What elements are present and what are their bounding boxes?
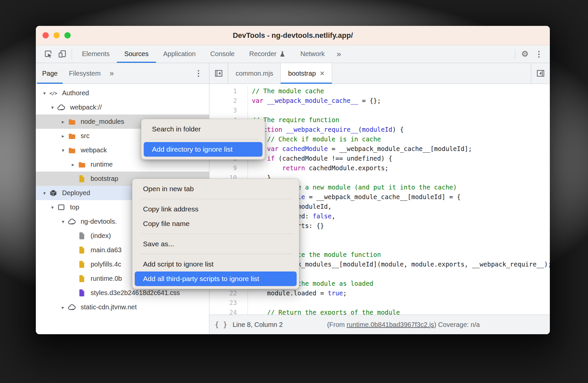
line-number[interactable]: 24 — [209, 308, 248, 315]
sidebar-more-tabs-button[interactable]: » — [106, 63, 118, 84]
expander-expanded-icon[interactable]: ▾ — [40, 90, 48, 96]
cursor-position: Line 8, Column 2 — [233, 321, 283, 329]
line-number[interactable]: 9 — [209, 163, 248, 173]
sourcemap-file-link[interactable]: runtime.0b841bad3967f3c2.js — [347, 321, 434, 329]
close-window-button[interactable] — [42, 32, 49, 38]
line-number[interactable]: 1 — [209, 86, 248, 96]
tree-row-static-cdn-jtvnw-net[interactable]: ▸static-cdn.jtvnw.net — [36, 300, 209, 314]
expander-expanded-icon[interactable]: ▾ — [59, 219, 67, 225]
tree-item-label: bootstrap — [91, 175, 118, 183]
editor-tabs: common.mjsbootstrap× — [228, 63, 332, 84]
toggle-debugger-sidebar-button[interactable] — [531, 63, 550, 84]
collapse-right-icon — [536, 69, 545, 78]
sidebar-header: PageFilesystem » ⋮ — [36, 63, 209, 84]
tab-label: Application — [163, 50, 196, 58]
editor-tab-bootstrap[interactable]: bootstrap× — [281, 63, 332, 84]
settings-button[interactable]: ⚙ — [518, 47, 532, 61]
tab-application[interactable]: Application — [156, 45, 203, 63]
tab-sources[interactable]: Sources — [117, 45, 156, 63]
code-line: module.loaded = true; — [248, 288, 550, 298]
menu-item-copy-link-address[interactable]: Copy link address — [132, 202, 299, 216]
inspect-cursor-icon — [44, 49, 53, 58]
more-panels-button[interactable]: » — [332, 45, 346, 63]
code-line: if (cachedModule !== undefined) { — [248, 154, 550, 163]
menu-item-open-in-new-tab[interactable]: Open in new tab — [132, 182, 299, 196]
tab-label: Network — [300, 50, 325, 58]
expander-expanded-icon[interactable]: ▾ — [48, 204, 56, 210]
sourcemap-from-suffix: ) — [434, 321, 436, 329]
menu-item-save-as-[interactable]: Save as... — [132, 237, 299, 251]
sidebar-menu-button[interactable]: ⋮ — [188, 63, 209, 84]
menu-item-search-in-folder[interactable]: Search in folder — [141, 122, 265, 136]
code-line: // Check if module is in cache — [248, 134, 550, 144]
expander-collapsed-icon[interactable]: ▸ — [69, 162, 77, 168]
tree-item-label: static-cdn.jtvnw.net — [81, 303, 137, 311]
flask-icon — [279, 50, 286, 58]
tree-item-label: webpack — [81, 146, 107, 154]
inspect-element-button[interactable] — [41, 47, 55, 61]
window-title: DevTools - ng-devtools.netlify.app/ — [233, 31, 353, 40]
tab-console[interactable]: Console — [203, 45, 242, 63]
cloud-icon — [67, 217, 76, 226]
toolbar-divider — [72, 49, 72, 59]
expander-collapsed-icon[interactable]: ▸ — [59, 304, 67, 310]
menu-separator — [150, 139, 259, 139]
tab-network[interactable]: Network — [293, 45, 332, 63]
toolbar-divider-right — [515, 49, 515, 59]
frame-icon — [57, 203, 65, 211]
tab-label: Sources — [124, 50, 148, 58]
file-yellow-icon — [78, 274, 86, 283]
format-pretty-print-icon[interactable]: { } — [215, 321, 227, 329]
gear-icon: ⚙ — [521, 50, 529, 58]
line-number[interactable]: 3 — [209, 106, 248, 115]
titlebar: DevTools - ng-devtools.netlify.app/ — [36, 26, 550, 45]
tree-item-label: Authored — [62, 89, 89, 97]
zoom-window-button[interactable] — [64, 32, 71, 38]
main-menu-button[interactable]: ⋮ — [532, 47, 546, 61]
editor-tab-common-mjs[interactable]: common.mjs — [228, 63, 281, 84]
line-number[interactable]: 23 — [209, 298, 248, 308]
menu-separator — [141, 234, 293, 234]
tree-item-label: runtime — [91, 161, 113, 168]
tab-elements[interactable]: Elements — [75, 45, 117, 63]
expander-expanded-icon[interactable]: ▾ — [48, 105, 56, 111]
sidebar-tab-filesystem[interactable]: Filesystem — [64, 63, 106, 84]
tab-label: Recorder — [249, 50, 276, 58]
tree-item-label: ng-devtools. — [81, 218, 117, 225]
close-tab-icon[interactable]: × — [320, 69, 325, 77]
code-icon: </> — [49, 91, 57, 96]
code-line: // The require function — [248, 115, 550, 125]
menu-item-add-directory-to-ignore-list[interactable]: Add directory to ignore list — [144, 142, 262, 157]
expander-expanded-icon[interactable]: ▾ — [40, 190, 48, 196]
tree-row-webpack-[interactable]: ▾webpack:// — [36, 100, 209, 115]
menu-item-add-all-third-party-scripts-to-ignore-list[interactable]: Add all third-party scripts to ignore li… — [135, 271, 297, 286]
kebab-menu-icon: ⋮ — [535, 49, 543, 59]
file-yellow-icon — [78, 175, 86, 183]
cube-icon — [49, 189, 57, 197]
expander-expanded-icon[interactable]: ▾ — [59, 147, 67, 153]
menu-item-add-script-to-ignore-list[interactable]: Add script to ignore list — [132, 257, 299, 271]
menu-separator — [141, 254, 293, 254]
hide-navigator-button[interactable] — [209, 63, 228, 84]
tree-item-label: (index) — [91, 232, 111, 240]
tab-recorder[interactable]: Recorder — [242, 45, 293, 63]
code-line — [248, 298, 550, 308]
toolbar-icons — [36, 45, 75, 63]
menu-item-copy-file-name[interactable]: Copy file name — [132, 216, 299, 231]
folder-icon — [68, 146, 76, 155]
tree-item-label: node_modules — [81, 118, 124, 125]
sidebar-tab-page[interactable]: Page — [37, 63, 63, 84]
line-number[interactable]: 2 — [209, 96, 248, 106]
expander-collapsed-icon[interactable]: ▸ — [59, 119, 67, 125]
device-toolbar-button[interactable] — [55, 47, 69, 61]
expander-collapsed-icon[interactable]: ▸ — [59, 133, 67, 139]
collapse-left-icon — [214, 69, 223, 78]
code-line: // Return the exports of the module — [248, 308, 550, 315]
minimize-window-button[interactable] — [53, 32, 60, 38]
folder-context-menu: Search in folderAdd directory to ignore … — [141, 119, 265, 160]
tree-row-authored[interactable]: ▾</>Authored — [36, 86, 209, 100]
line-number[interactable]: 22 — [209, 288, 248, 298]
tree-item-label: main.da63 — [91, 246, 121, 254]
code-line: // The module cache — [248, 86, 550, 96]
tab-label: Console — [210, 50, 235, 58]
